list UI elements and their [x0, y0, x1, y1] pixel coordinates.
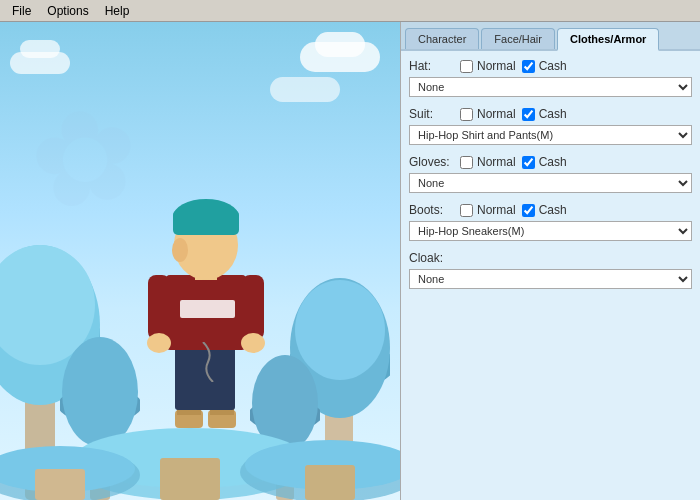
menu-file[interactable]: File — [4, 2, 39, 20]
gloves-row: Gloves: Normal Cash — [409, 155, 692, 169]
cloak-select[interactable]: None — [409, 269, 692, 289]
hat-normal-checkbox[interactable] — [460, 60, 473, 73]
suit-normal-checkbox[interactable] — [460, 108, 473, 121]
suit-dropdown-row: Hip-Hop Shirt and Pants(M) — [409, 125, 692, 145]
svg-rect-30 — [180, 300, 235, 318]
gloves-section: Gloves: Normal Cash None — [409, 155, 692, 193]
menubar: File Options Help — [0, 0, 700, 22]
gloves-cash-label: Cash — [539, 155, 567, 169]
boots-normal-group: Normal — [460, 203, 516, 217]
suit-normal-group: Normal — [460, 107, 516, 121]
hat-select[interactable]: None — [409, 77, 692, 97]
gloves-normal-group: Normal — [460, 155, 516, 169]
right-panel: Character Face/Hair Clothes/Armor Hat: N… — [400, 22, 700, 500]
svg-rect-19 — [35, 469, 85, 500]
svg-point-34 — [241, 333, 265, 353]
hat-row: Hat: Normal Cash — [409, 59, 692, 73]
svg-rect-22 — [305, 465, 355, 500]
cloud-5 — [270, 77, 340, 102]
panel-content: Hat: Normal Cash None — [401, 51, 700, 500]
suit-cash-label: Cash — [539, 107, 567, 121]
hat-cash-group: Cash — [522, 59, 567, 73]
cloud-2 — [315, 32, 365, 57]
cloak-row: Cloak: — [409, 251, 692, 265]
gloves-cash-group: Cash — [522, 155, 567, 169]
gloves-cash-checkbox[interactable] — [522, 156, 535, 169]
tabs-container: Character Face/Hair Clothes/Armor — [401, 22, 700, 51]
suit-label: Suit: — [409, 107, 454, 121]
cloak-section: Cloak: None — [409, 251, 692, 289]
gloves-normal-checkbox[interactable] — [460, 156, 473, 169]
svg-point-39 — [172, 238, 188, 262]
svg-point-33 — [147, 333, 171, 353]
cloud-4 — [20, 40, 60, 58]
boots-row: Boots: Normal Cash — [409, 203, 692, 217]
cloak-dropdown-row: None — [409, 269, 692, 289]
gloves-normal-label: Normal — [477, 155, 516, 169]
suit-select[interactable]: Hip-Hop Shirt and Pants(M) — [409, 125, 692, 145]
tab-character[interactable]: Character — [405, 28, 479, 49]
svg-rect-38 — [173, 210, 239, 235]
boots-label: Boots: — [409, 203, 454, 217]
hat-cash-label: Cash — [539, 59, 567, 73]
suit-cash-checkbox[interactable] — [522, 108, 535, 121]
hat-normal-group: Normal — [460, 59, 516, 73]
boots-normal-checkbox[interactable] — [460, 204, 473, 217]
hat-normal-label: Normal — [477, 59, 516, 73]
boots-section: Boots: Normal Cash Hip-Hop Sneakers(M) — [409, 203, 692, 241]
cloak-label: Cloak: — [409, 251, 454, 265]
boots-cash-checkbox[interactable] — [522, 204, 535, 217]
hat-cash-checkbox[interactable] — [522, 60, 535, 73]
boots-select[interactable]: Hip-Hop Sneakers(M) — [409, 221, 692, 241]
gloves-label: Gloves: — [409, 155, 454, 169]
suit-row: Suit: Normal Cash — [409, 107, 692, 121]
hat-section: Hat: Normal Cash None — [409, 59, 692, 97]
menu-options[interactable]: Options — [39, 2, 96, 20]
hat-label: Hat: — [409, 59, 454, 73]
tab-face-hair[interactable]: Face/Hair — [481, 28, 555, 49]
svg-rect-31 — [148, 275, 170, 340]
svg-rect-16 — [160, 458, 220, 500]
menu-help[interactable]: Help — [97, 2, 138, 20]
suit-section: Suit: Normal Cash Hip-Hop Shirt and Pant… — [409, 107, 692, 145]
gloves-select[interactable]: None — [409, 173, 692, 193]
chain — [198, 342, 228, 382]
main-container: ✿ — [0, 22, 700, 500]
boots-normal-label: Normal — [477, 203, 516, 217]
boots-cash-label: Cash — [539, 203, 567, 217]
suit-normal-label: Normal — [477, 107, 516, 121]
boots-dropdown-row: Hip-Hop Sneakers(M) — [409, 221, 692, 241]
boots-cash-group: Cash — [522, 203, 567, 217]
game-panel: ✿ — [0, 22, 400, 500]
tab-clothes-armor[interactable]: Clothes/Armor — [557, 28, 659, 51]
character — [130, 145, 280, 445]
svg-rect-32 — [242, 275, 264, 340]
gloves-dropdown-row: None — [409, 173, 692, 193]
hat-dropdown-row: None — [409, 77, 692, 97]
suit-cash-group: Cash — [522, 107, 567, 121]
